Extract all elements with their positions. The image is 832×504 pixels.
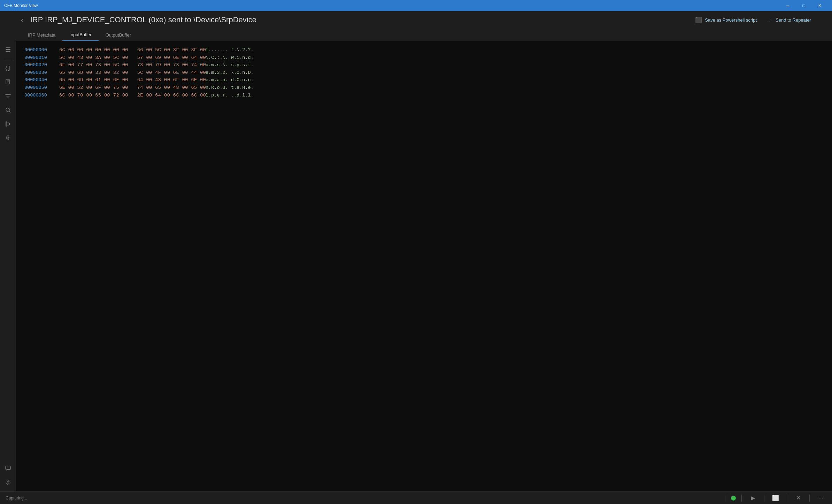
header-top: ‹ IRP IRP_MJ_DEVICE_CONTROL (0xe) sent t… <box>21 15 811 28</box>
svg-rect-8 <box>6 466 10 470</box>
hex-bytes: 65 00 6D 00 61 00 6E 00 64 00 43 00 6F 0… <box>59 76 199 84</box>
hex-bytes: 6C 06 00 00 00 00 00 00 66 00 5C 00 3F 0… <box>59 46 199 54</box>
hex-bytes: 6C 00 70 00 65 00 72 00 2E 00 64 00 6C 0… <box>59 92 199 99</box>
sidebar-icon-files[interactable] <box>2 76 14 88</box>
hex-bytes: 6F 00 77 00 73 00 5C 00 73 00 79 00 73 0… <box>59 61 199 69</box>
tab-input-buffer[interactable]: InputBuffer <box>62 29 98 41</box>
hex-row: 00000060 6C 00 70 00 65 00 72 00 2E 00 6… <box>24 92 824 99</box>
sidebar-divider-1 <box>3 59 13 59</box>
svg-point-4 <box>6 108 9 111</box>
hex-bytes: 65 00 6D 00 33 00 32 00 5C 00 4F 00 6E 0… <box>59 69 199 77</box>
header: ‹ IRP IRP_MJ_DEVICE_CONTROL (0xe) sent t… <box>0 11 832 41</box>
save-powershell-label: Save as Powershell script <box>705 17 757 23</box>
tab-output-buffer[interactable]: OutputBuffer <box>99 29 138 41</box>
capture-indicator <box>731 496 736 501</box>
status-divider-1 <box>725 495 725 502</box>
hex-ascii: \.C.:.\. W.i.n.d. <box>199 54 254 62</box>
send-to-repeater-button[interactable]: → Send to Repeater <box>767 17 811 23</box>
play-status-button[interactable]: ▶ <box>747 493 758 504</box>
svg-rect-7 <box>6 122 6 126</box>
sidebar-icon-menu[interactable]: ☰ <box>2 44 14 56</box>
hex-offset: 00000040 <box>24 76 59 84</box>
hex-row: 00000010 5C 00 43 00 3A 00 5C 00 57 00 6… <box>24 54 824 62</box>
svg-line-5 <box>9 111 10 113</box>
window-status-button[interactable]: ⬜ <box>770 493 781 504</box>
hex-ascii: o.w.s.\. s.y.s.t. <box>199 61 254 69</box>
svg-marker-6 <box>7 122 10 126</box>
hex-row: 00000040 65 00 6D 00 61 00 6E 00 64 00 4… <box>24 76 824 84</box>
sidebar-icon-settings[interactable] <box>2 476 14 489</box>
hex-bytes: 6E 00 52 00 6F 00 75 00 74 00 65 00 48 0… <box>59 84 199 92</box>
sidebar-icon-filter[interactable] <box>2 90 14 102</box>
hex-ascii: n.R.o.u. t.e.H.e. <box>199 84 254 92</box>
maximize-button[interactable]: □ <box>796 0 812 11</box>
status-divider-3 <box>764 495 764 502</box>
hex-ascii: l.p.e.r. ..d.l.l. <box>199 92 254 99</box>
hex-ascii: e.m.3.2. \.O.n.D. <box>199 69 254 77</box>
sidebar-icon-play[interactable] <box>2 118 14 130</box>
status-bar: Capturing... ▶ ⬜ ✕ ··· <box>0 491 832 504</box>
minimize-button[interactable]: ─ <box>780 0 796 11</box>
send-to-repeater-label: Send to Repeater <box>776 17 811 23</box>
hex-ascii: e.m.a.n. d.C.o.n. <box>199 76 254 84</box>
window-controls: ─ □ ✕ <box>780 0 828 11</box>
app-title: CFB Monitor View <box>4 3 38 8</box>
hex-ascii: l....... f.\.?.?. <box>199 46 254 54</box>
main-layout: ☰ {} @ <box>0 41 832 491</box>
title-bar: CFB Monitor View ─ □ ✕ <box>0 0 832 11</box>
more-status-button[interactable]: ··· <box>815 493 826 504</box>
hex-row: 00000050 6E 00 52 00 6F 00 75 00 74 00 6… <box>24 84 824 92</box>
status-divider-5 <box>809 495 810 502</box>
svg-point-10 <box>6 480 10 484</box>
svg-point-9 <box>7 482 9 483</box>
send-icon: → <box>767 17 773 23</box>
status-text: Capturing... <box>6 496 27 501</box>
header-actions: ⬛ Save as Powershell script → Send to Re… <box>695 17 811 23</box>
save-icon: ⬛ <box>695 17 702 23</box>
save-powershell-button[interactable]: ⬛ Save as Powershell script <box>695 17 757 23</box>
tab-irp-metadata[interactable]: IRP Metadata <box>21 29 62 41</box>
hex-offset: 00000010 <box>24 54 59 62</box>
sidebar-icon-comment[interactable] <box>2 462 14 475</box>
hex-offset: 00000050 <box>24 84 59 92</box>
close-status-button[interactable]: ✕ <box>793 493 804 504</box>
close-button[interactable]: ✕ <box>812 0 828 11</box>
hex-row: 00000030 65 00 6D 00 33 00 32 00 5C 00 4… <box>24 69 824 77</box>
page-title: IRP IRP_MJ_DEVICE_CONTROL (0xe) sent to … <box>30 15 256 24</box>
status-controls: ▶ ⬜ ✕ ··· <box>725 493 826 504</box>
sidebar-icon-at[interactable]: @ <box>2 132 14 144</box>
sidebar-icon-code[interactable]: {} <box>2 62 14 75</box>
tab-bar: IRP Metadata InputBuffer OutputBuffer <box>21 29 811 41</box>
hex-offset: 00000060 <box>24 92 59 99</box>
hex-offset: 00000020 <box>24 61 59 69</box>
back-button[interactable]: ‹ <box>21 16 23 24</box>
sidebar: ☰ {} @ <box>0 41 16 491</box>
sidebar-icon-search[interactable] <box>2 104 14 116</box>
hex-bytes: 5C 00 43 00 3A 00 5C 00 57 00 69 00 6E 0… <box>59 54 199 62</box>
status-divider-4 <box>787 495 787 502</box>
hex-row: 00000020 6F 00 77 00 73 00 5C 00 73 00 7… <box>24 61 824 69</box>
hex-content: 00000000 6C 06 00 00 00 00 00 00 66 00 5… <box>16 41 832 491</box>
hex-offset: 00000030 <box>24 69 59 77</box>
status-divider-2 <box>741 495 742 502</box>
hex-row: 00000000 6C 06 00 00 00 00 00 00 66 00 5… <box>24 46 824 54</box>
hex-offset: 00000000 <box>24 46 59 54</box>
sidebar-bottom <box>2 462 14 491</box>
